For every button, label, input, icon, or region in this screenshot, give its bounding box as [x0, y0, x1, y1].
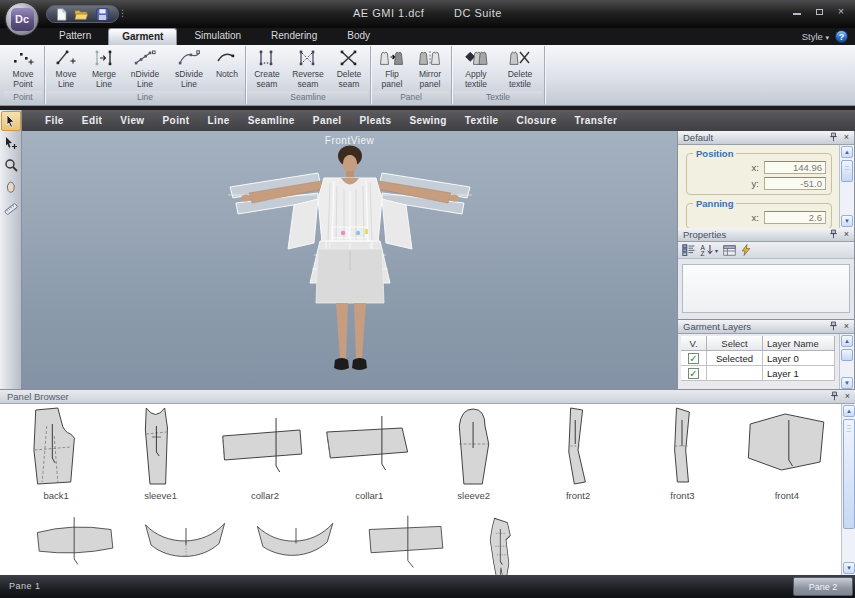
- ribbon-button-move-point[interactable]: Move Point: [4, 46, 42, 91]
- style-menu[interactable]: Style ▾: [802, 31, 829, 42]
- panel-browser: Panel Browser × back1sleeve1collar2colla…: [0, 389, 855, 575]
- default-panel-scrollbar[interactable]: ▲ ── ▼: [839, 145, 854, 228]
- panel-thumbnail-front4[interactable]: front4: [741, 406, 833, 501]
- scroll-down-icon[interactable]: ▼: [841, 215, 853, 227]
- menu-item-point[interactable]: Point: [154, 115, 199, 126]
- browser-scrollbar[interactable]: ▲ ─── ▼: [841, 404, 855, 575]
- ribbon-button-apply-textile[interactable]: Apply textile: [454, 46, 498, 91]
- ribbon-button-mirror-panel[interactable]: Mirror panel: [411, 46, 449, 91]
- column-header-layer-name[interactable]: Layer Name: [763, 336, 835, 351]
- panel-thumbnail-row2-5[interactable]: [470, 514, 542, 575]
- events-icon[interactable]: [741, 244, 751, 256]
- menu-item-view[interactable]: View: [111, 115, 153, 126]
- layer-name-cell: Layer 0: [763, 351, 835, 366]
- close-icon[interactable]: ×: [841, 229, 852, 240]
- sdivide-line-icon: [176, 48, 202, 68]
- ribbon-button-flip-panel[interactable]: Flip panel: [373, 46, 411, 91]
- viewport-3d[interactable]: FrontView: [22, 131, 677, 389]
- menu-item-edit[interactable]: Edit: [73, 115, 112, 126]
- properties-content[interactable]: [682, 264, 850, 313]
- ribbon-button-sdivide-line[interactable]: sDivide Line: [167, 46, 211, 91]
- tab-garment[interactable]: Garment: [108, 28, 177, 45]
- ribbon-group-seamline: Create seamReverse seamDelete seamSeamli…: [246, 46, 371, 104]
- layer-row[interactable]: ✓SelectedLayer 0: [681, 351, 835, 366]
- ribbon-button-ndivide-line[interactable]: nDivide Line: [123, 46, 167, 91]
- ribbon-button-move-line[interactable]: Move Line: [47, 46, 85, 91]
- visibility-checkbox[interactable]: ✓: [688, 353, 699, 364]
- pin-icon[interactable]: [828, 132, 839, 143]
- menu-item-textile[interactable]: Textile: [456, 115, 508, 126]
- select-tool[interactable]: [1, 111, 21, 131]
- minimize-button[interactable]: [788, 5, 806, 19]
- menu-item-pleats[interactable]: Pleats: [351, 115, 401, 126]
- prop-pages-icon[interactable]: [723, 244, 736, 256]
- scroll-up-icon[interactable]: ▲: [843, 405, 855, 417]
- panel-thumbnail-row2-3[interactable]: [250, 514, 342, 575]
- help-button[interactable]: ?: [835, 30, 848, 43]
- categorized-icon[interactable]: [682, 244, 695, 256]
- close-icon[interactable]: ×: [841, 132, 852, 143]
- ribbon-button-reverse-seam[interactable]: Reverse seam: [286, 46, 330, 91]
- tab-rendering[interactable]: Rendering: [258, 28, 330, 45]
- column-header-select[interactable]: Select: [707, 336, 763, 351]
- piece-drawing: [30, 514, 122, 575]
- pin-icon[interactable]: [828, 229, 839, 240]
- pin-icon[interactable]: [828, 321, 839, 332]
- scroll-down-icon[interactable]: ▼: [841, 377, 853, 389]
- panel-thumbnail-row2-2[interactable]: [140, 514, 232, 575]
- close-button[interactable]: ×: [832, 5, 850, 19]
- panel-thumbnail-sleeve2[interactable]: sleeve2: [428, 406, 520, 501]
- panel-thumbnail-row2-1[interactable]: [30, 514, 122, 575]
- ribbon-button-merge-line[interactable]: Merge Line: [85, 46, 123, 91]
- panel-thumbnail-row2-4[interactable]: [360, 514, 452, 575]
- scroll-thumb[interactable]: [841, 349, 853, 361]
- menu-item-seamline[interactable]: Seamline: [239, 115, 304, 126]
- panel-thumbnail-collar1[interactable]: collar1: [323, 406, 415, 501]
- piece-label: sleeve1: [115, 490, 207, 501]
- field-value-input[interactable]: 2.6: [764, 211, 826, 224]
- panel-thumbnail-collar2[interactable]: collar2: [219, 406, 311, 501]
- panel-thumbnail-front2[interactable]: front2: [532, 406, 624, 501]
- pan-tool[interactable]: [1, 177, 21, 197]
- restore-button[interactable]: [810, 5, 828, 19]
- panel-browser-titlebar: Panel Browser ×: [0, 390, 855, 404]
- field-value-input[interactable]: 144.96: [764, 161, 826, 174]
- scroll-thumb[interactable]: ───: [843, 419, 855, 529]
- tab-pattern[interactable]: Pattern: [46, 28, 104, 45]
- tab-simulation[interactable]: Simulation: [181, 28, 254, 45]
- scroll-up-icon[interactable]: ▲: [841, 335, 853, 347]
- menu-item-panel[interactable]: Panel: [304, 115, 351, 126]
- scroll-up-icon[interactable]: ▲: [841, 146, 853, 158]
- scroll-down-icon[interactable]: ▼: [843, 562, 855, 574]
- menu-item-transfer[interactable]: Transfer: [566, 115, 627, 126]
- ribbon-button-delete-seam[interactable]: Delete seam: [330, 46, 368, 91]
- tab-body[interactable]: Body: [334, 28, 383, 45]
- application-menu-button[interactable]: Dc: [5, 2, 39, 36]
- menu-item-file[interactable]: File: [36, 115, 73, 126]
- pin-icon[interactable]: [829, 391, 840, 402]
- pane-switch-button[interactable]: Pane 2: [793, 577, 853, 596]
- layer-row[interactable]: ✓Layer 1: [681, 366, 835, 381]
- close-icon[interactable]: ×: [841, 321, 852, 332]
- zoom-tool[interactable]: [1, 155, 21, 175]
- ndivide-line-icon: [132, 48, 158, 68]
- field-value-input[interactable]: -51.0: [764, 177, 826, 190]
- menu-item-sewing[interactable]: Sewing: [400, 115, 455, 126]
- ribbon-button-create-seam[interactable]: Create seam: [248, 46, 286, 91]
- ribbon-button-delete-textile[interactable]: Delete textile: [498, 46, 542, 91]
- ribbon-button-notch[interactable]: Notch: [211, 46, 243, 91]
- panel-thumbnail-back1[interactable]: back1: [10, 406, 102, 501]
- panel-thumbnail-sleeve1[interactable]: sleeve1: [115, 406, 207, 501]
- visibility-checkbox[interactable]: ✓: [688, 368, 699, 379]
- menu-item-closure[interactable]: Closure: [508, 115, 566, 126]
- measure-tool[interactable]: [1, 199, 21, 219]
- piece-drawing: [532, 406, 624, 490]
- panel-thumbnail-front3[interactable]: front3: [636, 406, 728, 501]
- piece-drawing: [360, 514, 452, 575]
- move-tool[interactable]: [1, 133, 21, 153]
- close-icon[interactable]: ×: [842, 391, 853, 402]
- scroll-thumb[interactable]: ──: [841, 160, 853, 182]
- menu-item-line[interactable]: Line: [199, 115, 239, 126]
- sort-az-icon[interactable]: AZ▾: [700, 244, 718, 256]
- column-header-v-[interactable]: V.: [681, 336, 707, 351]
